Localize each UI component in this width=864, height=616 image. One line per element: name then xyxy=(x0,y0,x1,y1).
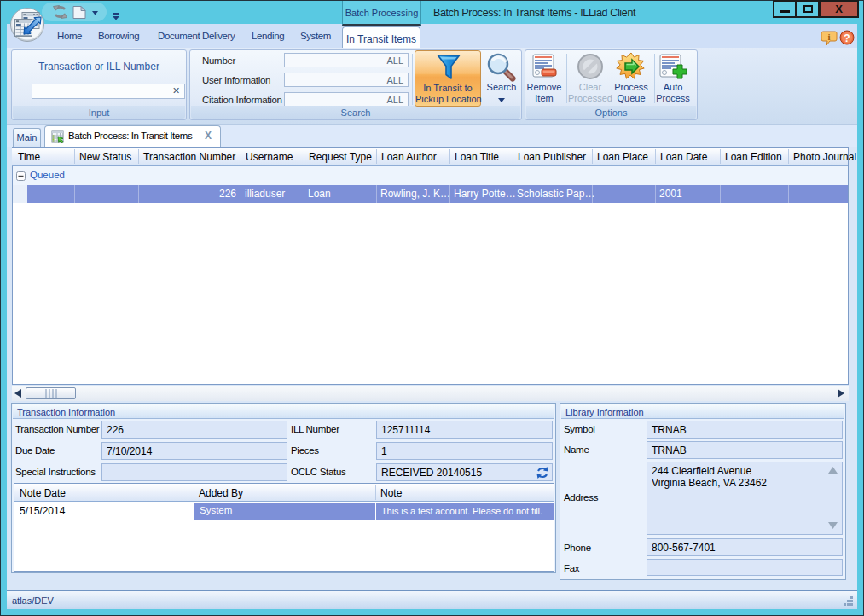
svg-text:i: i xyxy=(827,32,830,42)
svg-text:?: ? xyxy=(844,32,850,44)
